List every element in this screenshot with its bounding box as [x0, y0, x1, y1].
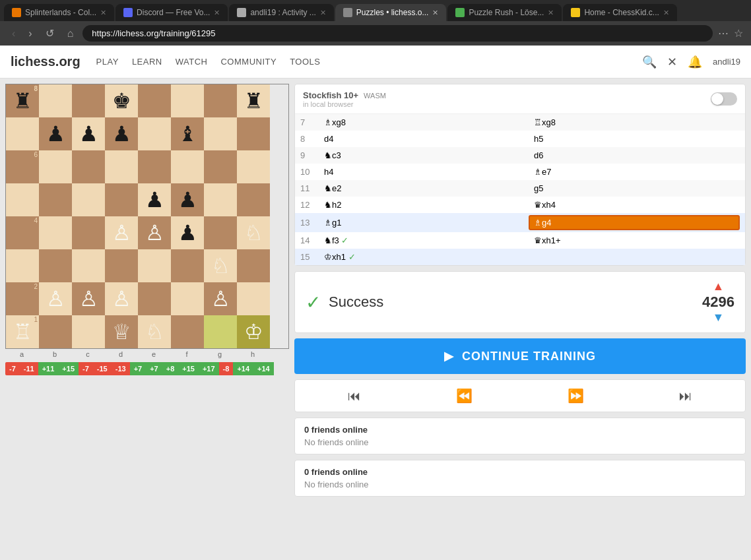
tab-puzzle-rush[interactable]: Puzzle Rush - Löse... ✕ [447, 4, 562, 21]
tab-discord-close[interactable]: ✕ [214, 9, 220, 17]
move-12-white[interactable]: ♞h2 [320, 199, 530, 211]
move-11-white[interactable]: ♞e2 [320, 182, 530, 195]
tab-andli19[interactable]: andli19 : Activity ... ✕ [229, 4, 333, 21]
first-move-button[interactable]: ⏮ [343, 386, 366, 406]
square-g5 [204, 183, 237, 216]
square-d3 [105, 249, 138, 282]
refresh-button[interactable]: ↺ [42, 26, 58, 41]
rank4-label: 4 [34, 217, 38, 224]
tab-andli19-close[interactable]: ✕ [320, 9, 326, 17]
continue-training-label: CONTINUE TRAINING [462, 350, 596, 363]
rating-item-7[interactable]: +7 [130, 362, 147, 375]
nav-learn[interactable]: LEARN [132, 54, 162, 69]
tab-lichess-puzzles[interactable]: Puzzles • lichess.o... ✕ [335, 4, 447, 21]
move-12-black[interactable]: ♛xh4 [530, 199, 740, 211]
square-f4: ♟ [171, 216, 204, 249]
move-10-white[interactable]: h4 [320, 166, 530, 178]
move-row-8: 8 d4 h5 [295, 131, 745, 147]
rating-item-11[interactable]: +17 [199, 362, 219, 375]
file-g: g [203, 350, 236, 358]
nav-play[interactable]: PLAY [96, 54, 119, 69]
nav-tools[interactable]: TOOLS [290, 54, 320, 69]
move-7-white[interactable]: ♗xg8 [320, 116, 530, 129]
move-row-13: 13 ♗g1 ♗g4 [295, 213, 745, 232]
square-e3 [138, 249, 171, 282]
tab-discord[interactable]: Discord — Free Vo... ✕ [115, 4, 228, 21]
rating-item-9[interactable]: +8 [162, 362, 179, 375]
address-input[interactable] [82, 25, 713, 42]
notification-bell-icon[interactable]: 🔔 [688, 55, 702, 69]
move-9-white[interactable]: ♞c3 [320, 149, 530, 162]
move-15-white[interactable]: ♔xh1 ✓ [320, 251, 530, 263]
rating-item-0[interactable]: -7 [5, 362, 20, 375]
file-b: b [38, 350, 71, 358]
last-move-button[interactable]: ⏭ [674, 386, 698, 406]
forward-button[interactable]: › [24, 26, 36, 41]
tab-chesskid[interactable]: Home - ChessKid.c... ✕ [563, 4, 676, 21]
move-14-black[interactable]: ♛xh1+ [530, 234, 740, 247]
search-icon[interactable]: 🔍 [642, 55, 657, 69]
square-f1 [171, 315, 204, 348]
tab-chesskid-close[interactable]: ✕ [663, 9, 669, 17]
tab-puzzle-rush-close[interactable]: ✕ [548, 9, 554, 17]
engine-info: Stockfish 10+ WASM in local browser [303, 90, 386, 108]
nav-community[interactable]: COMMUNITY [220, 54, 277, 69]
rating-item-8[interactable]: +7 [146, 362, 162, 375]
square-c4 [72, 216, 105, 249]
move-13-white[interactable]: ♗g1 [320, 216, 529, 229]
rating-item-13[interactable]: +14 [233, 362, 253, 375]
move-13-black[interactable]: ♗g4 [529, 215, 740, 230]
move-8-black[interactable]: h5 [530, 133, 740, 145]
move-10-black[interactable]: ♗e7 [530, 166, 740, 178]
continue-training-button[interactable]: ▶ CONTINUE TRAINING [294, 338, 746, 374]
rating-item-4[interactable]: -7 [79, 362, 93, 375]
square-b7: ♟ [39, 117, 72, 150]
square-c6 [72, 150, 105, 183]
bookmark-icon[interactable]: ☆ [734, 27, 743, 40]
lichess-logo[interactable]: lichess.org [11, 54, 81, 69]
rating-item-14[interactable]: +14 [253, 362, 274, 375]
rating-item-2[interactable]: +11 [38, 362, 59, 375]
move-9-black[interactable]: d6 [530, 149, 740, 162]
piece-b7: ♟ [46, 121, 65, 146]
square-b4 [39, 216, 72, 249]
square-c2: ♙ [72, 282, 105, 315]
square-e6 [138, 150, 171, 183]
move-8-white[interactable]: d4 [320, 133, 530, 145]
close-icon[interactable]: ✕ [667, 55, 677, 69]
tab-lichess-close[interactable]: ✕ [432, 9, 438, 17]
square-d4: ♙ [105, 216, 138, 249]
friends-container: 0 friends online No friends online 0 fri… [294, 418, 746, 497]
lichess-favicon [343, 8, 352, 17]
square-h8: ♜ [237, 84, 270, 117]
rating-bar: -7 -11 +11 +15 -7 -15 -13 +7 +7 +8 +15 +… [5, 362, 289, 375]
engine-toggle[interactable] [711, 92, 737, 106]
username-link[interactable]: andli19 [713, 57, 740, 67]
square-g1 [204, 315, 237, 348]
friends-count-2: 0 friends online [304, 467, 736, 477]
prev-move-button[interactable]: ⏪ [451, 385, 478, 406]
back-button[interactable]: ‹ [8, 26, 19, 41]
rating-item-6[interactable]: -13 [112, 362, 130, 375]
next-move-button[interactable]: ⏩ [562, 385, 589, 406]
home-button[interactable]: ⌂ [63, 26, 78, 41]
move-num-14: 14 [300, 235, 320, 245]
move-num-12: 12 [300, 200, 320, 210]
move-11-black[interactable]: g5 [530, 182, 740, 195]
square-c3 [72, 249, 105, 282]
nav-watch[interactable]: WATCH [176, 54, 208, 69]
rank-8: 8 [34, 85, 38, 92]
piece-c2: ♙ [79, 286, 98, 311]
rating-item-3[interactable]: +15 [58, 362, 79, 375]
lichess-navigation: lichess.org PLAY LEARN WATCH COMMUNITY T… [0, 46, 751, 78]
tab-splinterlands[interactable]: Splinterlands - Col... ✕ [4, 4, 114, 21]
move-14-white[interactable]: ♞f3 ✓ [320, 234, 530, 247]
rating-item-10[interactable]: +15 [178, 362, 199, 375]
engine-panel: Stockfish 10+ WASM in local browser 7 ♗x… [294, 84, 746, 266]
square-a2: 2 [6, 282, 39, 315]
rating-item-12[interactable]: -8 [219, 362, 234, 375]
move-7-black[interactable]: ♖xg8 [530, 116, 740, 129]
tab-splinterlands-close[interactable]: ✕ [100, 9, 106, 17]
rating-item-5[interactable]: -15 [93, 362, 112, 375]
rating-item-1[interactable]: -11 [20, 362, 38, 375]
